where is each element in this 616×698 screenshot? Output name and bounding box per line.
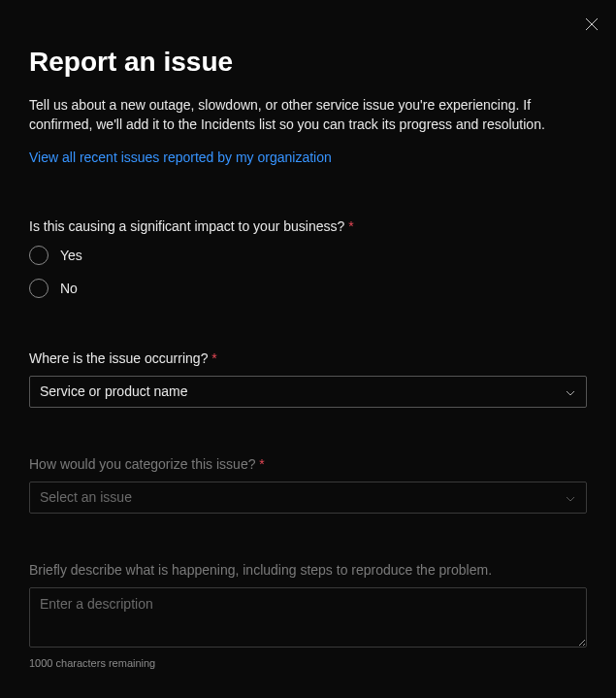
required-indicator: *	[259, 456, 264, 472]
chevron-down-icon	[565, 385, 576, 397]
close-icon	[585, 17, 599, 31]
impact-label-text: Is this causing a significant impact to …	[29, 218, 344, 234]
impact-radio-no[interactable]: No	[29, 279, 587, 298]
required-indicator: *	[348, 218, 353, 234]
category-select: Select an issue	[29, 482, 587, 514]
category-select-placeholder: Select an issue	[40, 489, 565, 505]
category-label-text: How would you categorize this issue?	[29, 456, 255, 472]
impact-radio-yes[interactable]: Yes	[29, 246, 587, 265]
impact-label: Is this causing a significant impact to …	[29, 218, 587, 234]
location-label-text: Where is the issue occurring?	[29, 350, 208, 366]
character-count: 1000 characters remaining	[29, 657, 587, 669]
close-button[interactable]	[582, 15, 601, 34]
description-label: Briefly describe what is happening, incl…	[29, 562, 587, 578]
description-textarea-wrapper	[29, 587, 587, 651]
page-description: Tell us about a new outage, slowdown, or…	[29, 95, 587, 135]
chevron-down-icon	[565, 491, 576, 503]
impact-radio-group: Yes No	[29, 246, 587, 298]
page-title: Report an issue	[29, 47, 587, 78]
radio-circle-icon	[29, 279, 49, 298]
radio-yes-label: Yes	[60, 248, 82, 263]
location-select-placeholder: Service or product name	[40, 383, 565, 399]
description-textarea[interactable]	[29, 587, 587, 648]
location-select[interactable]: Service or product name	[29, 376, 587, 408]
view-recent-issues-link[interactable]: View all recent issues reported by my or…	[29, 150, 332, 165]
required-indicator: *	[211, 350, 216, 366]
radio-no-label: No	[60, 281, 78, 296]
category-label: How would you categorize this issue? *	[29, 456, 587, 472]
location-label: Where is the issue occurring? *	[29, 350, 587, 366]
radio-circle-icon	[29, 246, 49, 265]
